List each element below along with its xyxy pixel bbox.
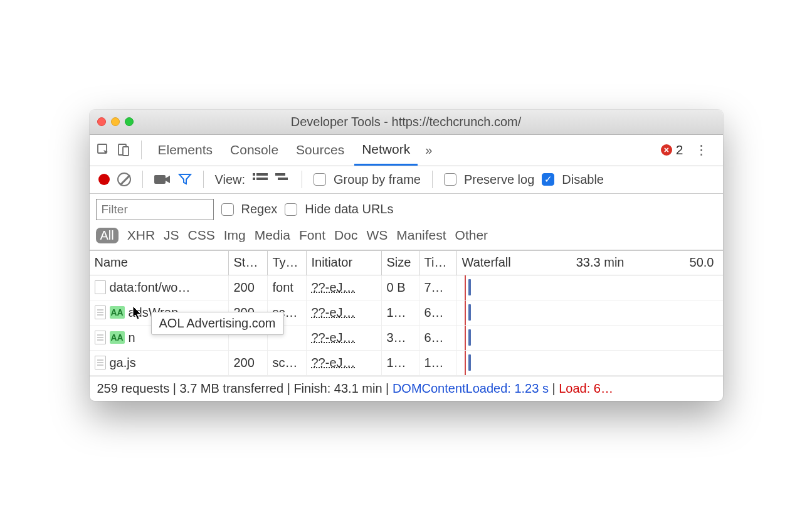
svg-rect-3 — [154, 175, 166, 184]
col-name[interactable]: Name — [90, 251, 229, 275]
svg-rect-2 — [123, 147, 129, 156]
table-row[interactable]: data:font/wo… 200 font ??-eJ… 0 B 7… — [90, 275, 723, 300]
filter-doc[interactable]: Doc — [334, 228, 357, 243]
screenshot-icon[interactable] — [154, 173, 171, 186]
cell-time: 6… — [419, 326, 457, 350]
svg-rect-7 — [256, 178, 268, 180]
separator — [203, 171, 204, 188]
status-requests: 259 requests — [97, 381, 170, 395]
status-dcl: DOMContentLoaded: 1.23 s — [393, 381, 549, 395]
col-time[interactable]: Ti… — [419, 251, 457, 275]
cell-time: 7… — [419, 275, 457, 300]
filter-js[interactable]: JS — [164, 228, 179, 243]
more-tabs-icon[interactable]: » — [420, 143, 437, 157]
devtools-window: Developer Tools - https://techcrunch.com… — [90, 110, 723, 401]
preserve-log-label: Preserve log — [464, 173, 534, 187]
filter-manifest[interactable]: Manifest — [396, 228, 446, 243]
hide-data-urls-checkbox[interactable] — [285, 203, 297, 216]
cell-status: 200 — [229, 275, 268, 300]
cell-status: 200 — [229, 351, 268, 375]
filter-toggle-icon[interactable] — [178, 173, 192, 186]
cell-initiator[interactable]: ??-eJ… — [312, 331, 356, 345]
view-label: View: — [215, 173, 246, 187]
type-filter-bar: All XHR JS CSS Img Media Font Doc WS Man… — [90, 225, 723, 250]
record-button-icon[interactable] — [98, 174, 110, 185]
filter-input[interactable] — [96, 199, 214, 220]
tab-network[interactable]: Network — [354, 135, 418, 166]
table-row[interactable]: ga.js 200 sc… ??-eJ… 1… 1… — [90, 351, 723, 376]
filter-all[interactable]: All — [96, 228, 119, 243]
preserve-log-checkbox[interactable] — [444, 173, 456, 186]
tracker-tooltip: AOL Advertising.com — [151, 312, 284, 335]
disable-cache-checkbox[interactable]: ✓ — [542, 173, 554, 186]
mouse-cursor-icon — [132, 305, 144, 323]
cell-initiator[interactable]: ??-eJ… — [312, 356, 356, 370]
panel-tabs: Elements Console Sources Network » × 2 ⋮ — [90, 135, 723, 166]
cell-size: 1… — [382, 300, 419, 325]
filter-ws[interactable]: WS — [366, 228, 388, 243]
regex-label: Regex — [241, 202, 278, 216]
filter-xhr[interactable]: XHR — [127, 228, 155, 243]
titlebar: Developer Tools - https://techcrunch.com… — [90, 110, 723, 135]
cell-size: 1… — [382, 351, 419, 375]
tab-elements[interactable]: Elements — [150, 135, 221, 166]
tab-sources[interactable]: Sources — [288, 135, 352, 166]
col-size[interactable]: Size — [382, 251, 419, 275]
filter-bar: Regex Hide data URLs — [90, 194, 723, 225]
cell-size: 0 B — [382, 275, 419, 300]
cell-waterfall — [457, 351, 723, 375]
col-type[interactable]: Ty… — [268, 251, 307, 275]
filter-other[interactable]: Other — [455, 228, 488, 243]
cell-time: 6… — [419, 300, 457, 325]
status-load: Load: 6… — [559, 381, 613, 395]
filter-css[interactable]: CSS — [188, 228, 215, 243]
tracker-badge-icon: AA — [110, 306, 125, 319]
separator — [432, 171, 433, 188]
tracker-badge-icon: AA — [110, 331, 125, 344]
view-list-icon[interactable] — [253, 172, 268, 188]
svg-rect-9 — [278, 178, 288, 180]
cell-type: sc… — [268, 351, 307, 375]
svg-rect-5 — [256, 173, 268, 176]
tab-console[interactable]: Console — [223, 135, 286, 166]
view-overview-icon[interactable] — [275, 172, 290, 188]
cell-type: font — [268, 275, 307, 300]
group-by-frame-label: Group by frame — [334, 173, 421, 187]
window-title: Developer Tools - https://techcrunch.com… — [90, 115, 723, 129]
cell-time: 1… — [419, 351, 457, 375]
error-icon: × — [661, 144, 672, 156]
col-waterfall[interactable]: Waterfall 33.3 min 50.0 — [457, 251, 723, 275]
inspect-element-icon[interactable] — [95, 141, 112, 159]
cell-initiator[interactable]: ??-eJ… — [312, 280, 356, 295]
filter-img[interactable]: Img — [224, 228, 246, 243]
group-by-frame-checkbox[interactable] — [314, 173, 326, 186]
svg-rect-8 — [275, 173, 285, 176]
col-initiator[interactable]: Initiator — [307, 251, 382, 275]
col-status[interactable]: St… — [229, 251, 268, 275]
file-icon — [95, 331, 106, 344]
cell-waterfall — [457, 326, 723, 350]
clear-button-icon[interactable] — [117, 173, 131, 186]
error-count: 2 — [676, 142, 683, 157]
filter-font[interactable]: Font — [299, 228, 325, 243]
file-icon — [95, 305, 106, 319]
file-icon — [95, 280, 106, 294]
device-toolbar-icon[interactable] — [115, 141, 132, 159]
filter-media[interactable]: Media — [255, 228, 290, 243]
cell-initiator[interactable]: ??-eJ… — [312, 305, 356, 320]
network-toolbar: View: Group by frame Preserve log ✓ Disa… — [90, 166, 723, 194]
file-icon — [95, 356, 106, 369]
separator — [141, 141, 142, 159]
kebab-menu-icon[interactable]: ⋮ — [686, 142, 718, 157]
cell-name: n — [129, 331, 135, 345]
error-count-badge[interactable]: × 2 — [661, 142, 683, 157]
status-finish: Finish: 43.1 min — [293, 381, 382, 395]
status-bar: 259 requests | 3.7 MB transferred | Fini… — [90, 376, 723, 401]
separator — [142, 171, 143, 188]
cell-name: data:font/wo… — [110, 280, 191, 295]
disable-cache-label: Disable — [562, 173, 604, 187]
cell-size: 3… — [382, 326, 419, 350]
cell-waterfall — [457, 275, 723, 300]
regex-checkbox[interactable] — [221, 203, 234, 216]
cell-name: ga.js — [110, 356, 136, 370]
